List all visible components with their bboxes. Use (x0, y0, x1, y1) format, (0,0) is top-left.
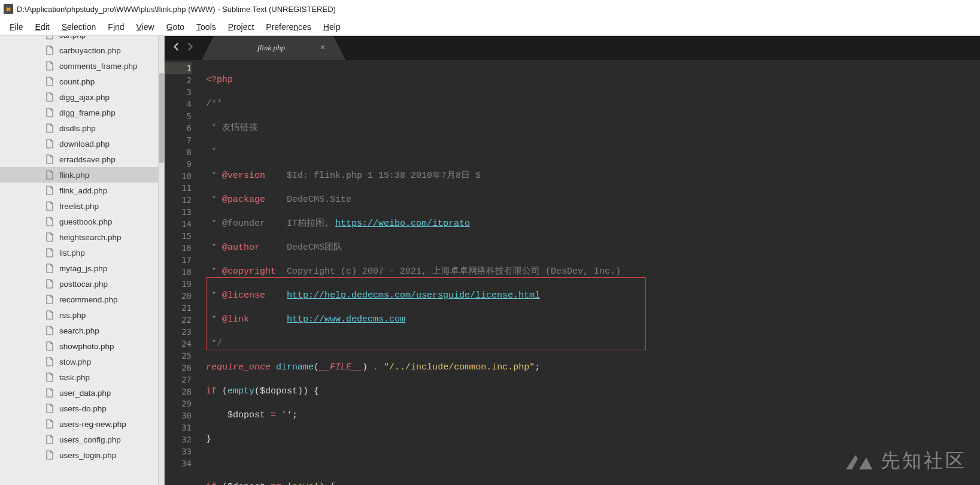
sidebar-file-label: count.php (59, 77, 95, 86)
menu-item[interactable]: Goto (160, 20, 190, 34)
code-line: if (empty($dopost)) { (206, 386, 980, 398)
sidebar-file[interactable]: list.php (0, 245, 158, 260)
line-gutter: 1234567891011121314151617181920212223242… (165, 60, 198, 485)
sidebar-file[interactable]: erraddsave.php (0, 151, 158, 167)
code-line: * @license http://help.dedecms.com/users… (206, 290, 980, 302)
sidebar-file-label: posttocar.php (59, 280, 108, 289)
code-line: * @copyright Copyright (c) 2007 - 2021, … (206, 266, 980, 278)
menu-bar: FileEditSelectionFindViewGotoToolsProjec… (0, 18, 980, 36)
code-line: * 友情链接 (206, 122, 980, 134)
menu-item[interactable]: View (131, 20, 160, 34)
menu-item[interactable]: Edit (29, 20, 56, 34)
title-bar: D:\Application\phpstudy_pro\WWW\plus\fli… (0, 0, 980, 18)
sidebar-file[interactable]: freelist.php (0, 198, 158, 214)
sidebar-file[interactable]: task.php (0, 369, 158, 385)
tab-close-icon[interactable]: × (320, 43, 325, 53)
sidebar-file-label: showphoto.php (59, 342, 114, 351)
code-line: } (206, 434, 980, 445)
sidebar-file[interactable]: disdls.php (0, 120, 158, 136)
code-line: * @link http://www.dedecms.com (206, 314, 980, 326)
code-line: * @package DedeCMS.Site (206, 194, 980, 206)
sidebar-file-label: recommend.php (59, 295, 118, 304)
code-line: */ (206, 338, 980, 350)
sidebar-file[interactable]: guestbook.php (0, 214, 158, 229)
sidebar-file-label: freelist.php (59, 202, 99, 211)
sidebar-file[interactable]: rss.php (0, 307, 158, 323)
sidebar-file-label: car.php (59, 36, 86, 40)
sidebar-file-label: users_login.php (59, 451, 116, 460)
sidebar-file-label: erraddsave.php (59, 155, 116, 164)
sidebar-scrollbar-thumb[interactable] (159, 73, 164, 163)
sidebar-file[interactable]: search.php (0, 323, 158, 338)
sidebar-file[interactable]: car.php (0, 36, 158, 43)
sidebar-file-label: stow.php (59, 357, 91, 366)
tab-label: flink.php (222, 43, 320, 53)
tab-flink[interactable]: flink.php × (214, 36, 333, 60)
sidebar-file[interactable]: carbuyaction.php (0, 43, 158, 58)
sidebar-file[interactable]: posttocar.php (0, 276, 158, 292)
sidebar-file-label: users-reg-new.php (59, 420, 126, 429)
sidebar-file-label: mytag_js.php (59, 264, 107, 273)
sidebar-file-label: search.php (59, 326, 99, 335)
menu-item[interactable]: Selection (56, 20, 102, 34)
sidebar-file[interactable]: heightsearch.php (0, 229, 158, 245)
sidebar: car.phpcarbuyaction.phpcomments_frame.ph… (0, 36, 165, 485)
menu-item[interactable]: Find (102, 20, 130, 34)
sidebar-scrollbar[interactable] (158, 36, 164, 485)
sidebar-file-label: users-do.php (59, 404, 107, 413)
menu-item[interactable]: Tools (190, 20, 222, 34)
sidebar-file[interactable]: users_login.php (0, 447, 158, 463)
code-line (206, 457, 980, 469)
sidebar-file-label: users_config.php (59, 435, 121, 444)
code-line: <?php (206, 74, 980, 86)
code-line: $dopost = ''; (206, 410, 980, 422)
sidebar-file-label: heightsearch.php (59, 233, 122, 242)
window-title: D:\Application\phpstudy_pro\WWW\plus\fli… (17, 5, 336, 14)
sidebar-file-label: flink.php (59, 171, 89, 180)
sidebar-file-label: rss.php (59, 311, 86, 320)
sidebar-file-label: download.php (59, 140, 110, 148)
code-line: * (206, 146, 980, 158)
code-line: /** (206, 98, 980, 110)
sidebar-file[interactable]: digg_frame.php (0, 105, 158, 120)
sidebar-file[interactable]: download.php (0, 136, 158, 151)
nav-back-icon[interactable] (173, 43, 180, 53)
editor: flink.php × 1234567891011121314151617181… (165, 36, 980, 485)
sidebar-file-label: digg_frame.php (59, 108, 116, 117)
sidebar-file-label: list.php (59, 248, 85, 257)
sidebar-file-label: flink_add.php (59, 186, 107, 195)
code-line: * @author DedeCMS团队 (206, 242, 980, 254)
sidebar-file[interactable]: mytag_js.php (0, 260, 158, 276)
sidebar-file[interactable]: count.php (0, 74, 158, 89)
code-line: * @founder IT柏拉图, https://weibo.com/itpr… (206, 218, 980, 230)
menu-item[interactable]: File (4, 20, 29, 34)
sidebar-file-label: comments_frame.php (59, 62, 138, 71)
app-icon (4, 4, 13, 14)
sidebar-file-label: task.php (59, 373, 90, 382)
nav-forward-icon[interactable] (186, 43, 193, 53)
sidebar-file[interactable]: user_data.php (0, 385, 158, 401)
sidebar-file-label: disdls.php (59, 124, 96, 133)
code-area[interactable]: <?php /** * 友情链接 * * @version $Id: flink… (198, 60, 980, 485)
sidebar-file[interactable]: stow.php (0, 354, 158, 369)
sidebar-file[interactable]: users-do.php (0, 401, 158, 416)
menu-item[interactable]: Help (317, 20, 347, 34)
sidebar-file-label: digg_ajax.php (59, 93, 110, 102)
code-line: if ($dopost == 'save') { (206, 481, 980, 485)
sidebar-file-label: user_data.php (59, 389, 111, 398)
sidebar-file[interactable]: showphoto.php (0, 338, 158, 354)
sidebar-file[interactable]: recommend.php (0, 292, 158, 307)
code-line: * @version $Id: flink.php 1 15:38 2010年7… (206, 170, 980, 182)
sidebar-file[interactable]: users_config.php (0, 432, 158, 447)
sidebar-file[interactable]: users-reg-new.php (0, 416, 158, 432)
tab-bar: flink.php × (165, 36, 980, 60)
sidebar-file-label: carbuyaction.php (59, 46, 121, 55)
code-line: require_once dirname(__FILE__) . "/../in… (206, 362, 980, 374)
sidebar-file-label: guestbook.php (59, 217, 113, 226)
menu-item[interactable]: Preferences (260, 20, 317, 34)
sidebar-file[interactable]: digg_ajax.php (0, 89, 158, 105)
menu-item[interactable]: Project (222, 20, 260, 34)
sidebar-file[interactable]: flink_add.php (0, 183, 158, 198)
sidebar-file[interactable]: comments_frame.php (0, 58, 158, 74)
sidebar-file[interactable]: flink.php (0, 167, 158, 183)
